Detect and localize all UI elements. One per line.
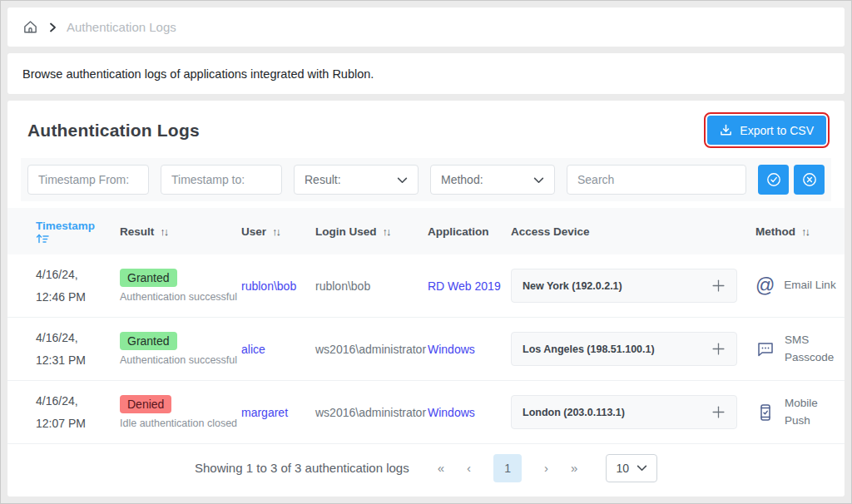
column-header-method[interactable]: Method ↑↓ — [755, 225, 828, 238]
status-badge: Granted — [120, 332, 177, 350]
access-device-label: London (203.0.113.1) — [523, 407, 625, 418]
pagination: « ‹ 1 › » — [438, 454, 578, 482]
method-cell: SMS Passcode — [755, 332, 843, 367]
login-used-cell: ws2016\administrator — [315, 343, 428, 356]
intro-bar: Browse authentication logs of applicatio… — [7, 53, 845, 94]
previous-page-button[interactable]: ‹ — [467, 461, 471, 475]
timestamp-cell: 4/16/24,12:31 PM — [36, 327, 120, 371]
chevron-down-icon — [397, 175, 408, 185]
check-circle-icon — [765, 171, 782, 188]
download-icon — [720, 124, 732, 136]
column-label: Login Used — [315, 225, 377, 238]
method-label: SMS Passcode — [785, 332, 843, 367]
timestamp-to-input[interactable] — [161, 165, 282, 195]
authentication-logs-panel: Authentication Logs Export to CSV Result… — [7, 101, 845, 497]
clear-filters-button[interactable] — [794, 165, 825, 195]
export-button-label: Export to CSV — [740, 124, 814, 137]
x-circle-icon — [801, 171, 818, 188]
result-filter-select[interactable]: Result: — [294, 165, 419, 195]
table-row: 4/16/24,12:46 PM Granted Authentication … — [7, 254, 845, 318]
method-cell: Mobile Push — [755, 395, 843, 430]
chevron-right-icon — [47, 22, 57, 32]
page-title: Authentication Logs — [27, 121, 200, 141]
export-to-csv-button[interactable]: Export to CSV — [707, 116, 826, 145]
page-size-select[interactable]: 10 — [606, 454, 657, 482]
method-label: Email Link — [784, 277, 842, 294]
sort-icon: ↑↓ — [801, 225, 809, 238]
result-filter-label: Result: — [305, 173, 341, 186]
access-device-label: New York (192.0.2.1) — [523, 280, 622, 292]
plus-icon[interactable] — [711, 405, 726, 419]
breadcrumb: Authentication Logs — [7, 7, 845, 47]
sort-icon: ↑↓ — [272, 225, 280, 238]
table-footer: Showing 1 to 3 of 3 authentication logs … — [7, 444, 845, 497]
sort-icon: ↑↓ — [383, 225, 390, 238]
column-header-application: Application — [428, 225, 511, 238]
status-badge: Denied — [120, 395, 171, 413]
method-filter-select[interactable]: Method: — [430, 165, 555, 195]
column-header-access-device: Access Device — [511, 225, 755, 238]
apply-filters-button[interactable] — [758, 165, 789, 195]
column-header-user[interactable]: User ↑↓ — [241, 225, 315, 238]
result-cell: Granted Authentication successful — [120, 269, 241, 303]
result-cell: Denied Idle authentication closed — [120, 395, 241, 429]
panel-header: Authentication Logs Export to CSV — [7, 112, 845, 158]
application-link[interactable]: RD Web 2019 — [428, 279, 501, 293]
filter-bar: Result: Method: — [21, 158, 831, 201]
last-page-button[interactable]: » — [571, 461, 577, 475]
column-label: Method — [755, 225, 795, 238]
email-link-icon: @ — [755, 276, 775, 295]
page-size-value: 10 — [616, 462, 629, 475]
table-header-row: Timestamp Result ↑↓ User ↑↓ Login Used ↑… — [7, 208, 845, 254]
column-header-login-used[interactable]: Login Used ↑↓ — [315, 225, 428, 238]
sms-passcode-icon — [755, 339, 775, 359]
application-link[interactable]: Windows — [428, 343, 475, 356]
result-detail: Idle authentication closed — [120, 418, 241, 429]
access-device-expander[interactable]: London (203.0.113.1) — [511, 395, 737, 429]
column-label: Result — [120, 225, 154, 238]
status-badge: Granted — [120, 269, 177, 287]
plus-icon[interactable] — [711, 342, 726, 356]
user-link[interactable]: rublon\bob — [241, 279, 296, 293]
user-link[interactable]: margaret — [241, 406, 288, 419]
column-label: Timestamp — [36, 220, 95, 232]
table-row: 4/16/24,12:07 PM Denied Idle authenticat… — [7, 381, 845, 444]
page: Authentication Logs Browse authenticatio… — [1, 1, 851, 503]
mobile-push-icon — [755, 403, 775, 422]
access-device-label: Los Angeles (198.51.100.1) — [523, 343, 655, 355]
chevron-down-icon — [637, 462, 647, 473]
search-input[interactable] — [567, 165, 746, 195]
timestamp-cell: 4/16/24,12:07 PM — [36, 390, 120, 434]
column-header-result[interactable]: Result ↑↓ — [120, 225, 241, 238]
access-device-expander[interactable]: Los Angeles (198.51.100.1) — [511, 332, 737, 366]
method-filter-label: Method: — [441, 173, 483, 186]
first-page-button[interactable]: « — [438, 461, 444, 475]
plus-icon[interactable] — [711, 279, 726, 293]
filter-actions — [758, 165, 825, 195]
breadcrumb-current-page: Authentication Logs — [67, 20, 176, 34]
table-row: 4/16/24,12:31 PM Granted Authentication … — [7, 318, 845, 381]
timestamp-from-input[interactable] — [27, 165, 149, 195]
method-label: Mobile Push — [785, 395, 843, 430]
home-icon[interactable] — [22, 19, 38, 35]
chevron-down-icon — [533, 175, 544, 185]
result-detail: Authentication successful — [120, 291, 241, 303]
application-link[interactable]: Windows — [428, 406, 475, 419]
sort-icon: ↑↓ — [160, 225, 167, 238]
method-cell: @ Email Link — [755, 276, 842, 295]
timestamp-cell: 4/16/24,12:46 PM — [36, 264, 120, 308]
login-used-cell: ws2016\administrator — [315, 406, 428, 419]
intro-text: Browse authentication logs of applicatio… — [22, 67, 374, 81]
column-label: Application — [428, 225, 489, 238]
sort-ascending-icon — [36, 233, 49, 244]
results-summary: Showing 1 to 3 of 3 authentication logs — [195, 461, 409, 475]
column-label: Access Device — [511, 225, 590, 238]
result-cell: Granted Authentication successful — [120, 332, 241, 366]
access-device-expander[interactable]: New York (192.0.2.1) — [511, 269, 737, 303]
next-page-button[interactable]: › — [544, 461, 548, 475]
current-page-button[interactable]: 1 — [493, 454, 522, 482]
user-link[interactable]: alice — [241, 343, 265, 356]
column-header-timestamp[interactable]: Timestamp — [36, 220, 120, 244]
column-label: User — [241, 225, 266, 238]
result-detail: Authentication successful — [120, 354, 241, 366]
